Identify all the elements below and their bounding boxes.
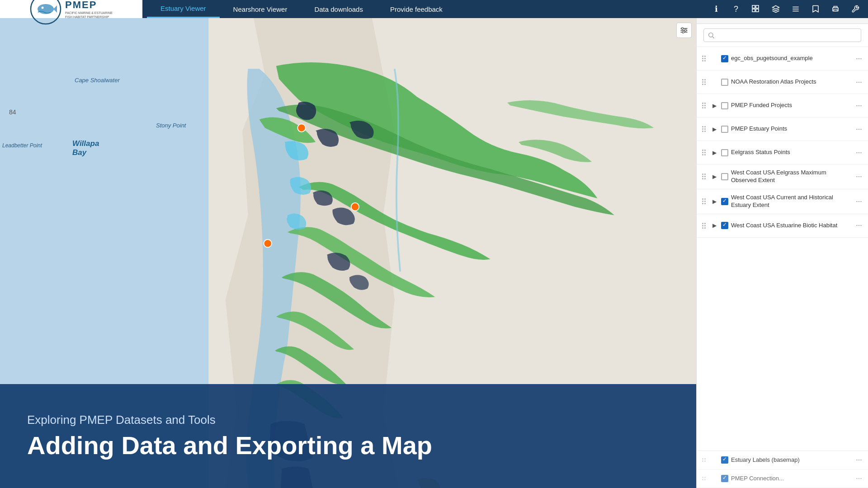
- layer-item-wc-biotic: ▶ West Coast USA Estuarine Biotic Habita…: [697, 214, 868, 238]
- expand-btn-pmep-funded[interactable]: ▶: [710, 102, 718, 110]
- bottom-panel-layers: Estuary Labels (basemap) ··· PMEP Connec…: [697, 450, 868, 488]
- right-panel: Estuary Map Layers ✕ egc_o: [696, 0, 868, 488]
- drag-handle-wc-biotic[interactable]: [700, 221, 708, 230]
- nav-nearshore-viewer[interactable]: Nearshore Viewer: [220, 0, 301, 18]
- layer-menu-egc[interactable]: ···: [854, 53, 864, 64]
- layer-checkbox-pmep-connection[interactable]: [721, 475, 728, 482]
- layer-menu-wc-eelgrass[interactable]: ···: [854, 171, 864, 182]
- svg-rect-12: [834, 9, 837, 11]
- svg-rect-6: [752, 9, 755, 12]
- layer-menu-pmep-estuary[interactable]: ···: [854, 124, 864, 135]
- banner-title: Adding Data and Exporting a Map: [27, 432, 669, 460]
- layer-item-pmep-funded: ▶ PMEP Funded Projects ···: [697, 94, 868, 117]
- drag-handle-wc-eelgrass[interactable]: [700, 172, 708, 181]
- svg-rect-4: [752, 5, 755, 8]
- drag-handle-pmep-connection[interactable]: [700, 475, 708, 482]
- layer-item-wc-eelgrass: ▶ West Coast USA Eelgrass Maximum Observ…: [697, 164, 868, 189]
- layer-menu-wc-estuary[interactable]: ···: [854, 196, 864, 207]
- drag-handle-eelgrass-status[interactable]: [700, 148, 708, 157]
- layers-icon[interactable]: [768, 1, 784, 17]
- layer-item-noaa: NOAA Restoration Atlas Projects ···: [697, 70, 868, 94]
- svg-rect-5: [756, 5, 759, 8]
- help-icon[interactable]: ?: [728, 1, 744, 17]
- layer-checkbox-wc-eelgrass[interactable]: [721, 173, 728, 180]
- tools-icon[interactable]: [847, 1, 863, 17]
- layer-name-pmep-funded: PMEP Funded Projects: [731, 102, 851, 109]
- logo-pmep-text: PMEP: [65, 0, 113, 11]
- svg-point-3: [42, 7, 44, 9]
- layer-menu-pmep-connection[interactable]: ···: [854, 473, 864, 484]
- coordinate-label: 84: [9, 108, 16, 116]
- layer-name-wc-eelgrass: West Coast USA Eelgrass Maximum Observed…: [731, 169, 851, 184]
- print-icon[interactable]: [827, 1, 844, 17]
- navbar: PMEP PACIFIC MARINE & ESTUARINE FISH HAB…: [0, 0, 868, 18]
- layer-name-eelgrass-status: Eelgrass Status Points: [731, 149, 851, 156]
- map-settings-button[interactable]: [676, 23, 692, 38]
- layer-item-wc-estuary: ▶ West Coast USA Current and Historical …: [697, 189, 868, 214]
- drag-handle-pmep-estuary[interactable]: [700, 124, 708, 134]
- expand-btn-wc-eelgrass[interactable]: ▶: [710, 173, 718, 181]
- legend-icon[interactable]: [788, 1, 804, 17]
- nav-icons: ℹ ?: [708, 1, 868, 17]
- drag-handle-noaa[interactable]: [700, 77, 708, 87]
- drag-handle-egc[interactable]: [700, 54, 708, 63]
- settings-icon: [679, 26, 689, 35]
- expand-btn-wc-biotic[interactable]: ▶: [710, 221, 718, 230]
- info-icon[interactable]: ℹ: [708, 1, 724, 17]
- layer-item-basemap: Estuary Labels (basemap) ···: [697, 451, 868, 469]
- nav-provide-feedback[interactable]: Provide feedback: [377, 0, 456, 18]
- layer-name-pmep-connection: PMEP Connection...: [731, 475, 851, 483]
- layer-checkbox-egc[interactable]: [721, 55, 728, 62]
- layer-menu-wc-biotic[interactable]: ···: [854, 220, 864, 231]
- layer-menu-basemap[interactable]: ···: [854, 455, 864, 465]
- banner-subtitle: Exploring PMEP Datasets and Tools: [27, 413, 669, 427]
- drag-handle-pmep-funded[interactable]: [700, 101, 708, 110]
- nav-links: Estuary Viewer Nearshore Viewer Data dow…: [142, 0, 708, 18]
- nav-estuary-viewer[interactable]: Estuary Viewer: [147, 0, 220, 18]
- layer-checkbox-basemap[interactable]: [721, 456, 728, 464]
- svg-point-21: [682, 28, 684, 29]
- layer-item-egc: egc_obs_pugetsound_example ···: [697, 47, 868, 70]
- svg-rect-7: [756, 9, 759, 12]
- layer-list: egc_obs_pugetsound_example ··· NOAA Rest…: [697, 47, 868, 450]
- layer-checkbox-pmep-estuary[interactable]: [721, 126, 728, 133]
- bottom-banner: Exploring PMEP Datasets and Tools Adding…: [0, 384, 696, 488]
- layer-search: [697, 24, 868, 47]
- svg-marker-2: [53, 5, 57, 13]
- search-input[interactable]: [703, 28, 861, 42]
- layer-checkbox-noaa[interactable]: [721, 79, 728, 86]
- drag-handle-basemap[interactable]: [700, 456, 708, 464]
- logo-text: PMEP PACIFIC MARINE & ESTUARINE FISH HAB…: [65, 0, 113, 19]
- logo-subtitle: PACIFIC MARINE & ESTUARINE FISH HABITAT …: [65, 11, 113, 19]
- layer-item-eelgrass-status: ▶ Eelgrass Status Points ···: [697, 141, 868, 164]
- logo-icon: [30, 0, 61, 25]
- svg-point-23: [682, 31, 684, 33]
- svg-point-15: [297, 124, 305, 131]
- layer-item-pmep-estuary: ▶ PMEP Estuary Points ···: [697, 117, 868, 141]
- layer-checkbox-pmep-funded[interactable]: [721, 102, 728, 109]
- expand-btn-pmep-estuary[interactable]: ▶: [710, 125, 718, 133]
- svg-point-16: [264, 239, 271, 247]
- logo-area: PMEP PACIFIC MARINE & ESTUARINE FISH HAB…: [0, 0, 142, 18]
- layer-name-noaa: NOAA Restoration Atlas Projects: [731, 78, 851, 86]
- drag-handle-wc-estuary[interactable]: [700, 197, 708, 206]
- bookmark-icon[interactable]: [807, 1, 824, 17]
- grid-icon[interactable]: [748, 1, 764, 17]
- layer-name-basemap: Estuary Labels (basemap): [731, 456, 851, 464]
- layer-menu-eelgrass-status[interactable]: ···: [854, 147, 864, 158]
- layer-item-pmep-connection: PMEP Connection... ···: [697, 469, 868, 488]
- expand-btn-eelgrass-status[interactable]: ▶: [710, 149, 718, 157]
- expand-btn-wc-estuary[interactable]: ▶: [710, 197, 718, 206]
- layer-checkbox-eelgrass-status[interactable]: [721, 149, 728, 156]
- nav-data-downloads[interactable]: Data downloads: [301, 0, 377, 18]
- layer-name-pmep-estuary: PMEP Estuary Points: [731, 125, 851, 133]
- layer-checkbox-wc-biotic[interactable]: [721, 222, 728, 229]
- layer-checkbox-wc-estuary[interactable]: [721, 198, 728, 205]
- layer-name-egc: egc_obs_pugetsound_example: [731, 55, 851, 62]
- layer-name-wc-biotic: West Coast USA Estuarine Biotic Habitat: [731, 222, 851, 230]
- layer-menu-pmep-funded[interactable]: ···: [854, 100, 864, 111]
- logo: PMEP PACIFIC MARINE & ESTUARINE FISH HAB…: [28, 0, 115, 27]
- layer-menu-noaa[interactable]: ···: [854, 77, 864, 88]
- layer-name-wc-estuary: West Coast USA Current and Historical Es…: [731, 194, 851, 209]
- svg-point-22: [684, 29, 686, 31]
